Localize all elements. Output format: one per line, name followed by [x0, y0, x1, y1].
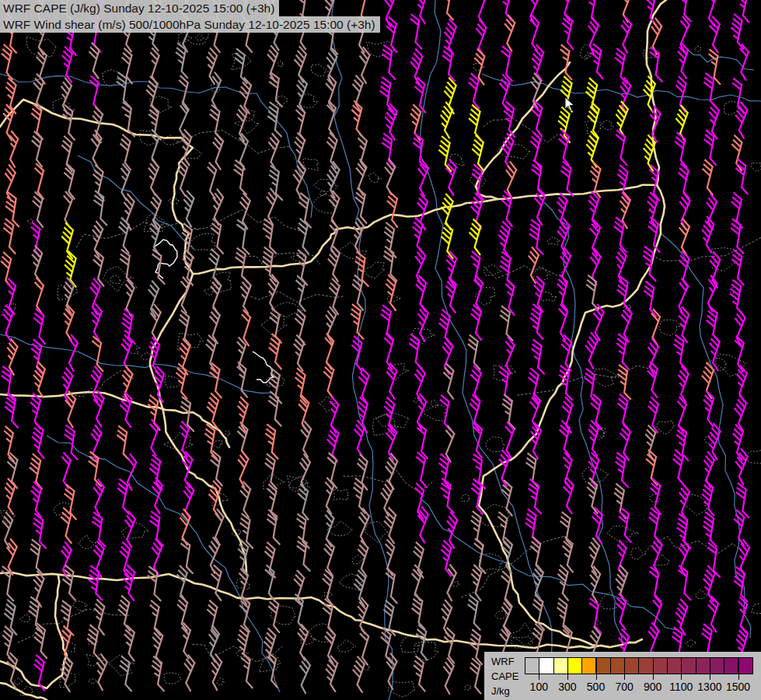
wind-barb: [83, 43, 107, 78]
wind-barb: [469, 20, 494, 55]
wind-barb: [579, 333, 606, 369]
legend-tick: [681, 674, 682, 680]
wind-barb: [115, 135, 138, 170]
legend-color-box: [638, 657, 653, 674]
wind-barb: [291, 369, 312, 403]
title-cape: WRF CAPE (J/kg) Sunday 12-10-2025 15:00 …: [0, 0, 279, 16]
terrain-contour: [694, 47, 700, 52]
wind-barb: [552, 275, 575, 310]
wind-barb: [647, 47, 667, 81]
legend-colorbar: 100300500700900110013001500: [525, 657, 758, 700]
map-title-block: WRF CAPE (J/kg) Sunday 12-10-2025 15:00 …: [0, 0, 380, 33]
wind-barb: [696, 452, 722, 488]
wind-barb: [1, 79, 24, 114]
wind-barb: [672, 194, 698, 229]
river: [544, 202, 622, 646]
legend-label-model: WRF: [491, 654, 518, 669]
wind-barb: [379, 134, 400, 167]
wind-barb: [30, 514, 51, 548]
wind-barb: [528, 277, 552, 312]
wind-barb: [288, 335, 312, 370]
wind-barb: [200, 48, 225, 83]
wind-barb: [698, 194, 724, 230]
wind-barb: [206, 565, 229, 600]
terrain-contour: [450, 154, 464, 166]
wind-barb: [613, 17, 639, 53]
legend-color-box: [738, 657, 753, 674]
terrain-contour: [365, 521, 388, 543]
terrain-contour: [752, 603, 761, 614]
wind-barb: [580, 18, 607, 54]
wind-barb: [317, 570, 340, 605]
wind-barb: [84, 304, 110, 339]
wind-barb: [173, 422, 197, 457]
black-patch: [420, 226, 544, 288]
wind-barb: [142, 305, 169, 341]
legend-label-unit: J/kg: [491, 684, 518, 698]
wind-barb: [59, 106, 80, 140]
wind-barb: [406, 15, 427, 49]
wind-barb: [438, 565, 465, 601]
wind-barb: [733, 0, 755, 22]
wind-barb: [376, 628, 399, 663]
wind-barb: [701, 597, 726, 632]
wind-barb: [0, 279, 23, 314]
legend-tick-label: 900: [644, 681, 662, 693]
wind-barb: [466, 565, 490, 600]
wind-barb: [522, 16, 547, 51]
wind-barb: [731, 597, 755, 632]
wind-barb: [588, 44, 609, 79]
cursor-icon: [564, 96, 575, 112]
terrain-contour: [19, 614, 30, 622]
legend-tick: [596, 674, 597, 680]
legend-color-box: [724, 657, 738, 674]
wind-barb: [232, 49, 253, 83]
wind-barb: [290, 106, 312, 141]
wind-barb: [318, 628, 343, 663]
wind-barb: [727, 425, 751, 460]
wind-barb: [319, 75, 344, 110]
wind-barb: [169, 102, 197, 138]
wind-barb: [29, 362, 54, 397]
wind-barb: [672, 485, 697, 520]
wind-barb: [260, 46, 286, 81]
map-layers: [0, 0, 761, 700]
wind-barb: [26, 482, 49, 517]
terrain-contour: [337, 640, 356, 653]
wind-barb: [203, 394, 227, 429]
terrain-contour: [234, 117, 259, 134]
legend-tick-label: 1500: [726, 681, 750, 693]
wind-barb: [119, 565, 143, 600]
wind-barb: [581, 131, 606, 166]
cape-legend: WRF CAPE J/kg 10030050070090011001300150…: [484, 652, 761, 700]
wind-barb: [438, 0, 459, 19]
legend-color-box: [525, 657, 539, 674]
legend-color-box: [710, 657, 724, 674]
legend-color-box: [696, 657, 710, 674]
wind-barb: [554, 107, 577, 142]
wind-barb: [528, 305, 549, 339]
legend-tick-label: 1300: [697, 681, 721, 693]
wind-barb: [266, 103, 286, 136]
terrain-contour: [79, 535, 96, 549]
legend-tick: [539, 674, 539, 680]
wind-barb: [466, 305, 489, 340]
wind-barb: [374, 481, 401, 516]
wind-barb: [550, 305, 575, 340]
wind-barb: [435, 103, 460, 138]
wind-barb: [674, 164, 696, 198]
wind-barb: [611, 218, 632, 252]
wind-barb: [173, 509, 198, 544]
legend-label-variable: CAPE: [491, 669, 518, 684]
legend-tick: [738, 674, 739, 680]
terrain-contour: [312, 65, 329, 77]
wind-barb: [644, 597, 670, 632]
terrain-contour: [277, 96, 288, 106]
wind-barb: [496, 0, 518, 20]
wind-barb: [703, 17, 728, 52]
wind-barb: [379, 653, 405, 689]
wind-barb: [86, 391, 112, 426]
wind-barb: [288, 571, 312, 606]
wind-barb: [321, 397, 347, 432]
wind-barb: [264, 597, 287, 632]
